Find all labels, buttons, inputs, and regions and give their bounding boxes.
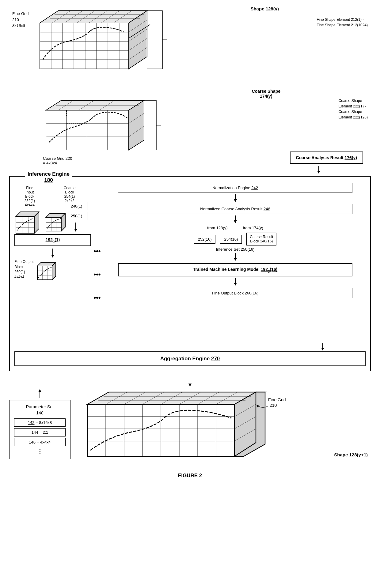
svg-marker-75 bbox=[234, 258, 237, 261]
coarse-grid-section: Coarse Shape 174(y) bbox=[9, 89, 371, 168]
dots-3: ••• bbox=[93, 294, 101, 302]
inference-blocks-row: 252(16) 254(16) Coarse Result Block 248(… bbox=[118, 233, 353, 245]
coarse-result-block-box: Coarse Result Block 248(16) bbox=[246, 233, 276, 245]
svg-marker-50 bbox=[317, 171, 320, 174]
aggregation-engine-box: Aggregation Engine 270 bbox=[14, 351, 366, 366]
svg-rect-30 bbox=[46, 110, 129, 150]
arrow-down-3 bbox=[232, 253, 238, 262]
param-set-title: Parameter Set 140 bbox=[14, 404, 66, 416]
diagram-container: Fine Grid 210 8x16x8 bbox=[6, 0, 374, 488]
fine-shape-element-label: Fine Shape Element 212(1) - Fine Shape E… bbox=[317, 17, 368, 28]
inference-engine-title: Inference Engine 180 bbox=[25, 171, 72, 183]
coarse-to-norm-arrow bbox=[316, 166, 322, 174]
norm-coarse-box: Normalized Coarse Analysis Result 246 bbox=[118, 204, 353, 214]
coarse-grid-label: Coarse Grid 220 = 4x8x4 bbox=[43, 156, 72, 165]
arrow-down-1 bbox=[232, 194, 238, 203]
fine-output-cube bbox=[36, 259, 60, 283]
ml-left-box: 192g(1) bbox=[14, 234, 91, 246]
param-dots: ⋮ bbox=[14, 448, 66, 455]
param-row-1: 142 = 8x16x8 bbox=[14, 418, 66, 427]
param-up-arrow bbox=[37, 389, 43, 399]
fine-grid-section: Fine Grid 210 8x16x8 bbox=[9, 6, 371, 86]
fine-input-block-label: Fine Input Block 252(1) 4x4x4 bbox=[14, 186, 45, 207]
fine-cube bbox=[14, 209, 42, 236]
ml-model-box: Trained Machine Learning Model 192g(16) bbox=[118, 263, 353, 276]
dots-1: ••• bbox=[93, 247, 101, 255]
param-set-box: Parameter Set 140 142 = 8x16x8 144 = 2:1… bbox=[9, 400, 70, 459]
svg-rect-56 bbox=[46, 217, 61, 231]
inference-engine-outer: Inference Engine 180 Fine Input Block 25… bbox=[9, 176, 371, 371]
bottom-section: Parameter Set 140 142 = 8x16x8 144 = 2:1… bbox=[9, 389, 371, 466]
svg-marker-73 bbox=[234, 220, 237, 223]
fine-grid-bottom-box: Fine Grid 210 bbox=[78, 389, 371, 466]
shape-128-y1-label: Shape 128(y+1) bbox=[334, 452, 368, 457]
coarse-shape-element-label: Coarse Shape Element 222(1) - Coarse Sha… bbox=[339, 98, 368, 120]
left-arrow-down-1 bbox=[73, 223, 91, 233]
svg-marker-83 bbox=[38, 389, 41, 392]
dots-col: ••• ••• ••• bbox=[91, 183, 103, 342]
svg-marker-71 bbox=[234, 199, 237, 202]
aggregation-to-fine-grid-arrow bbox=[9, 377, 371, 387]
from-174-label: from 174(y) bbox=[243, 226, 263, 230]
fine-grid-box bbox=[28, 8, 175, 75]
ie-left-col: Fine Input Block 252(1) 4x4x4 Coarse Blo… bbox=[14, 183, 91, 342]
box-252-16: 252(16) bbox=[194, 235, 216, 244]
from-128-label: from 128(y) bbox=[207, 226, 227, 230]
fine-output-block-label: Fine Output Block 260(1) 4x4x4 bbox=[14, 259, 34, 280]
svg-text:210: 210 bbox=[270, 403, 277, 408]
fine-output-block-section: Fine Output Block 260(1) 4x4x4 bbox=[14, 259, 91, 283]
param-set-col: Parameter Set 140 142 = 8x16x8 144 = 2:1… bbox=[9, 389, 70, 459]
svg-marker-79 bbox=[321, 348, 324, 350]
arrow-down-2 bbox=[232, 215, 238, 224]
svg-text:Fine Grid: Fine Grid bbox=[268, 397, 286, 402]
coarse-analysis-result-box: Coarse Analysis Result 176(y) bbox=[290, 152, 363, 164]
param-row-2: 144 = 2:1 bbox=[14, 428, 66, 436]
fine-grid-bottom-col: Fine Grid 210 Shape 128(y+1) bbox=[78, 389, 371, 466]
inference-set-label: Inference Set 250(16) bbox=[216, 247, 255, 252]
svg-marker-62 bbox=[74, 229, 77, 232]
arrow-before-aggregation-right bbox=[14, 343, 366, 350]
svg-marker-81 bbox=[188, 384, 192, 387]
norm-engine-box: Normalization Engine 242 bbox=[118, 183, 353, 193]
fine-grid-number: 210 bbox=[12, 17, 28, 23]
ie-right-col: Normalization Engine 242 Normalized Coar… bbox=[103, 183, 366, 342]
coarse-shape-label: Coarse Shape 174(y) bbox=[252, 89, 280, 99]
from-labels-row: from 128(y) from 174(y) bbox=[118, 226, 353, 230]
fine-grid-label: Fine Grid 210 8x16x8 bbox=[12, 11, 28, 29]
figure-caption: FIGURE 2 bbox=[9, 473, 371, 479]
arrow-down-4 bbox=[232, 278, 238, 287]
fine-grid-svg bbox=[28, 8, 175, 75]
coarse-cube bbox=[44, 210, 70, 235]
svg-rect-0 bbox=[40, 23, 129, 69]
ie-top-row: Fine Input Block 252(1) 4x4x4 Coarse Blo… bbox=[14, 183, 366, 342]
fine-output-right-box: Fine Output Block 260(16) bbox=[118, 288, 353, 298]
coarse-grid-svg bbox=[34, 98, 162, 156]
svg-marker-64 bbox=[51, 255, 54, 258]
box-254-16: 254(16) bbox=[220, 235, 242, 244]
param-row-3: 146 = 4x4x4 bbox=[14, 438, 66, 446]
left-arrow-down-2 bbox=[14, 249, 91, 258]
svg-marker-77 bbox=[234, 283, 237, 286]
coarse-grid-box bbox=[34, 98, 162, 156]
dots-2: ••• bbox=[93, 271, 101, 279]
fine-grid-dims: 8x16x8 bbox=[12, 23, 28, 29]
fine-grid-text: Fine Grid bbox=[12, 11, 28, 17]
shape-128-label: Shape 128(y) bbox=[250, 6, 279, 11]
